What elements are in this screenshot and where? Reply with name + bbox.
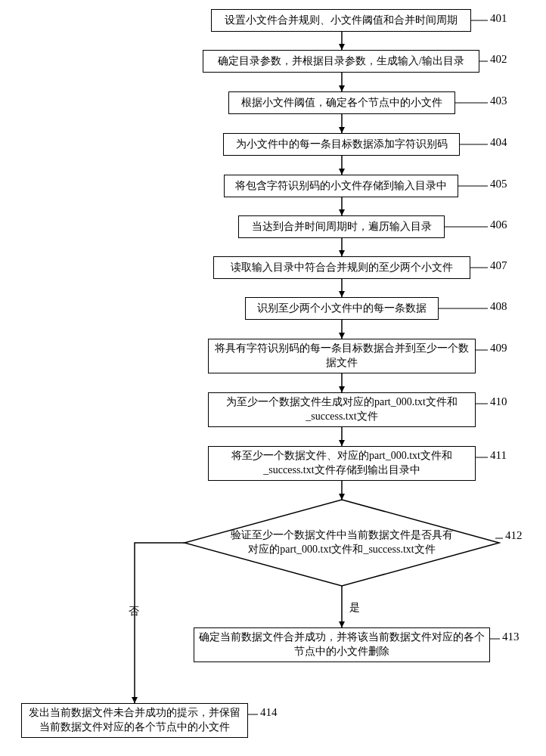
ref-401: 401 (490, 12, 507, 25)
ref-414: 414 (260, 706, 278, 719)
ref-408: 408 (490, 300, 507, 313)
branch-no: 否 (129, 605, 139, 618)
ref-402: 402 (490, 53, 507, 66)
step-413: 确定当前数据文件合并成功，并将该当前数据文件对应的各个节点中的小文件删除 (194, 627, 490, 662)
step-407: 读取输入目录中符合合并规则的至少两个小文件 (213, 256, 470, 279)
flowchart-canvas: 设置小文件合并规则、小文件阈值和合并时间周期 确定目录参数，并根据目录参数，生成… (0, 0, 546, 756)
ref-405: 405 (490, 178, 507, 191)
step-414: 发出当前数据文件未合并成功的提示，并保留当前数据文件对应的各个节点中的小文件 (21, 703, 248, 738)
step-408: 识别至少两个小文件中的每一条数据 (245, 297, 439, 320)
branch-yes: 是 (349, 601, 360, 615)
ref-410: 410 (490, 395, 507, 408)
ref-411: 411 (490, 449, 507, 462)
step-411: 将至少一个数据文件、对应的part_000.txt文件和_success.txt… (208, 446, 476, 481)
ref-407: 407 (490, 259, 507, 272)
step-412: 验证至少一个数据文件中当前数据文件是否具有对应的part_000.txt文件和_… (227, 518, 457, 568)
step-410: 为至少一个数据文件生成对应的part_000.txt文件和_success.tx… (208, 392, 476, 427)
step-409: 将具有字符识别码的每一条目标数据合并到至少一个数据文件 (208, 339, 476, 373)
step-401: 设置小文件合并规则、小文件阈值和合并时间周期 (211, 9, 471, 32)
step-402: 确定目录参数，并根据目录参数，生成输入/输出目录 (203, 50, 479, 73)
ref-413: 413 (502, 631, 520, 643)
step-405: 将包含字符识别码的小文件存储到输入目录中 (224, 175, 458, 197)
ref-412: 412 (505, 529, 523, 542)
step-403: 根据小文件阈值，确定各个节点中的小文件 (228, 91, 455, 114)
ref-406: 406 (490, 218, 507, 231)
step-406: 当达到合并时间周期时，遍历输入目录 (238, 215, 445, 238)
ref-404: 404 (490, 136, 507, 149)
ref-409: 409 (490, 342, 507, 355)
step-404: 为小文件中的每一条目标数据添加字符识别码 (223, 133, 460, 156)
ref-403: 403 (490, 94, 507, 107)
